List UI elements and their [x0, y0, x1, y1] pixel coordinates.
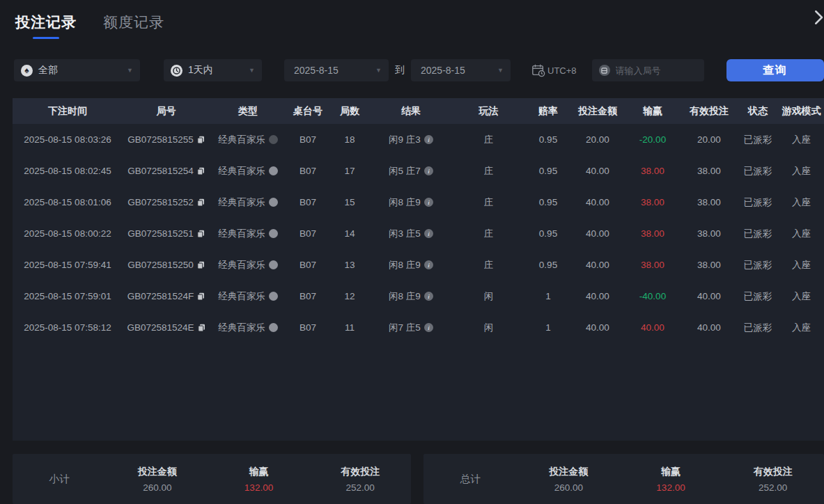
round-id: GB0725815251 — [127, 228, 194, 239]
play-type: 庄 — [452, 134, 525, 146]
summary-footer: 小计 投注金额 260.00 输赢 132.00 有效投注 252.00 总计 … — [13, 454, 824, 504]
tab-label: 额度记录 — [103, 14, 164, 30]
info-icon[interactable]: i — [424, 166, 433, 175]
play-type: 闲 — [452, 322, 525, 334]
bet-amount: 40.00 — [571, 166, 624, 176]
col-header-type: 类型 — [210, 105, 286, 118]
round-no: 18 — [329, 134, 370, 145]
type-status-dot — [269, 198, 278, 207]
bet-time: 2025-08-15 08:01:06 — [13, 197, 123, 207]
winloss-cell: 38.00 — [624, 166, 681, 176]
date-to-value: 2025-8-15 — [421, 65, 465, 76]
winloss-cell: -40.00 — [624, 291, 681, 301]
chevron-down-icon: ▼ — [375, 67, 382, 74]
bet-time: 2025-08-15 08:00:22 — [13, 228, 123, 239]
table-row: 2025-08-15 08:03:26 GB0725815255 经典百家乐 B… — [13, 124, 824, 155]
table-no: B07 — [286, 291, 329, 301]
game-mode: 入座 — [779, 322, 824, 334]
result-cell: 闲3 庄5 i — [370, 228, 452, 240]
subtotal-bet-amount: 投注金额 260.00 — [107, 466, 208, 493]
filter-bar: ♠ 全部 ▼ 1天内 ▼ 2025-8-15 ▼ 到 2025-8-15 ▼ — [14, 59, 824, 81]
copy-icon[interactable] — [197, 292, 205, 301]
col-header-round-id: 局号 — [123, 105, 210, 118]
round-id-input[interactable] — [616, 65, 692, 76]
bet-time: 2025-08-15 07:59:41 — [13, 260, 123, 270]
info-icon[interactable]: i — [424, 292, 433, 301]
table-body: 2025-08-15 08:03:26 GB0725815255 经典百家乐 B… — [13, 124, 824, 441]
result-text: 闲9 庄3 — [389, 134, 421, 146]
info-icon[interactable]: i — [424, 260, 433, 269]
total-valid-bet: 有效投注 252.00 — [722, 466, 824, 493]
summary-winloss-value: 132.00 — [208, 482, 310, 493]
col-header-bet-time: 下注时间 — [13, 105, 123, 118]
info-icon[interactable]: i — [424, 323, 433, 332]
time-range-select[interactable]: 1天内 ▼ — [164, 59, 262, 81]
round-id: GB0725815252 — [127, 197, 194, 207]
copy-icon[interactable] — [197, 230, 205, 238]
copy-icon[interactable] — [197, 198, 205, 207]
table-no: B07 — [286, 228, 329, 239]
table-no: B07 — [286, 166, 329, 176]
type-status-dot — [269, 260, 278, 269]
odds: 0.95 — [525, 197, 571, 207]
subtotal-label: 小计 — [13, 473, 107, 486]
total-label: 总计 — [423, 473, 518, 486]
result-cell: 闲8 庄9 i — [370, 290, 452, 303]
round-id-search[interactable] — [592, 59, 704, 81]
status: 已派彩 — [737, 290, 779, 303]
round-id-cell: GB072581524E — [123, 322, 210, 333]
copy-icon[interactable] — [198, 324, 205, 332]
valid-bet: 38.00 — [681, 166, 737, 176]
col-header-odds: 赔率 — [525, 105, 571, 118]
query-button[interactable]: 查询 — [726, 59, 824, 81]
tab-quota-records[interactable]: 额度记录 — [103, 13, 164, 32]
info-icon[interactable]: i — [424, 198, 433, 207]
col-header-result: 结果 — [370, 105, 452, 118]
active-tab-underline — [33, 37, 59, 39]
table-row: 2025-08-15 07:58:12 GB072581524E 经典百家乐 B… — [13, 312, 824, 343]
chevron-down-icon: ▼ — [249, 67, 255, 74]
summary-winloss-value: 132.00 — [620, 482, 722, 493]
bet-time: 2025-08-15 08:02:45 — [13, 166, 123, 176]
play-type: 庄 — [452, 196, 525, 209]
info-icon[interactable]: i — [424, 229, 433, 238]
round-id-cell: GB0725815251 — [123, 228, 210, 239]
game-mode: 入座 — [779, 290, 824, 303]
result-cell: 闲8 庄9 i — [370, 259, 452, 271]
tab-betting-records[interactable]: 投注记录 — [15, 13, 77, 39]
round-no: 15 — [329, 197, 370, 207]
date-from-value: 2025-8-15 — [294, 65, 339, 76]
bet-amount: 40.00 — [571, 197, 624, 207]
bet-time: 2025-08-15 08:03:26 — [13, 134, 123, 145]
table-no: B07 — [286, 134, 329, 145]
table-no: B07 — [286, 197, 329, 207]
copy-icon[interactable] — [197, 167, 205, 175]
timezone-indicator[interactable]: UTC+8 — [531, 63, 577, 77]
status: 已派彩 — [737, 228, 779, 240]
spade-icon: ♠ — [21, 65, 33, 77]
clock-icon — [171, 65, 182, 77]
chevron-right-icon[interactable] — [808, 7, 824, 28]
date-from-select[interactable]: 2025-8-15 ▼ — [284, 59, 389, 81]
status: 已派彩 — [737, 165, 779, 178]
status: 已派彩 — [737, 134, 779, 146]
play-type: 庄 — [452, 165, 525, 178]
winloss-cell: 38.00 — [624, 260, 681, 270]
odds: 1 — [525, 291, 571, 301]
round-id: GB0725815250 — [127, 260, 194, 270]
winloss-cell: 38.00 — [624, 197, 681, 207]
round-id: GB0725815255 — [127, 134, 194, 145]
copy-icon[interactable] — [197, 261, 205, 269]
col-header-game-mode: 游戏模式 — [779, 105, 824, 118]
round-id-cell: GB0725815252 — [123, 197, 210, 207]
round-id: GB0725815254 — [127, 166, 194, 176]
game-type-select[interactable]: ♠ 全部 ▼ — [14, 59, 140, 81]
round-badge-icon — [599, 65, 610, 76]
copy-icon[interactable] — [197, 136, 205, 144]
winloss-cell: -20.00 — [624, 134, 681, 145]
total-bet-value: 260.00 — [518, 482, 620, 493]
valid-bet: 20.00 — [681, 134, 737, 145]
date-to-select[interactable]: 2025-8-15 ▼ — [411, 59, 511, 81]
game-type: 经典百家乐 — [218, 228, 265, 240]
info-icon[interactable]: i — [424, 135, 433, 144]
